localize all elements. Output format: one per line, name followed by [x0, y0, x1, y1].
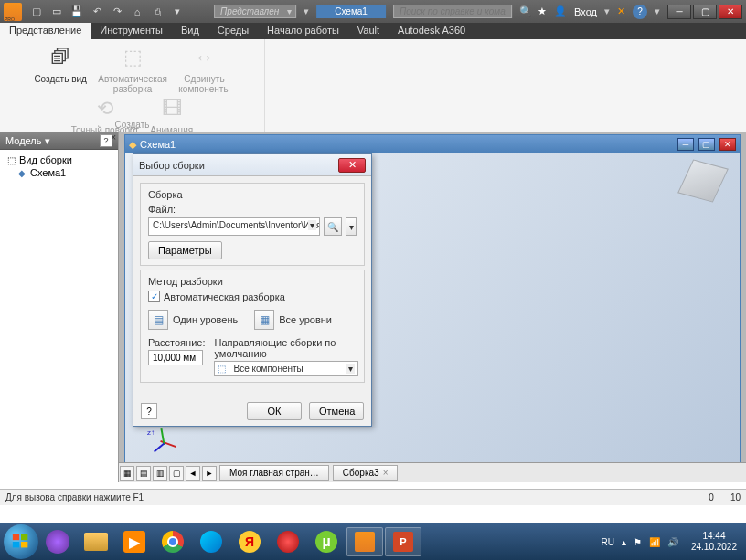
minimize-button[interactable]: ─	[667, 5, 691, 19]
cancel-button[interactable]: Отмена	[309, 402, 364, 420]
help-icon[interactable]: ?	[633, 5, 647, 19]
assembly-view-icon: ⬚	[5, 154, 16, 165]
tab-environments[interactable]: Среды	[208, 23, 258, 39]
ribbon-tabs: Представление Инструменты Вид Среды Нача…	[0, 23, 746, 39]
status-value-1: 0	[709, 492, 714, 502]
start-button[interactable]	[4, 524, 38, 559]
qat-more-icon[interactable]: ▾	[170, 5, 185, 19]
star-icon[interactable]: ★	[538, 5, 547, 17]
move-components-icon: ↔	[189, 43, 218, 72]
close-button[interactable]: ✕	[719, 5, 742, 19]
tree-root[interactable]: ⬚ Вид сборки	[4, 153, 114, 166]
taskbar-explorer-icon[interactable]	[78, 527, 114, 556]
taskbar-chrome-icon[interactable]	[155, 527, 191, 556]
search-input[interactable]	[393, 5, 512, 18]
one-level-option[interactable]: ▤ Один уровень	[148, 310, 238, 330]
taskbar-media-icon[interactable]: ▶	[116, 527, 153, 556]
doc-tab-home[interactable]: Моя главная стран…	[219, 465, 329, 481]
qat-undo-icon[interactable]: ↶	[90, 5, 104, 19]
taskbar-inventor-icon[interactable]	[346, 527, 383, 556]
combo-fx-icon[interactable]: ▾	[304, 5, 309, 17]
tab-close-icon[interactable]: ×	[383, 468, 389, 478]
file-options-button[interactable]: ▾	[346, 217, 357, 236]
tab-getstarted[interactable]: Начало работы	[258, 23, 348, 39]
tab-nav-left-icon[interactable]: ◄	[186, 466, 200, 481]
tab-tools[interactable]: Инструменты	[91, 23, 172, 39]
browser-close-icon[interactable]: ×	[111, 132, 116, 143]
exchange-icon[interactable]: ✕	[617, 5, 625, 17]
create-view-label: Создать вид	[34, 74, 87, 84]
app-titlebar: ▢ ▭ 💾 ↶ ↷ ⌂ ⎙ ▾ Представлен ▾ Схема1 🔍 ★…	[0, 0, 746, 23]
taskbar-yandex-icon[interactable]: Я	[231, 527, 268, 556]
taskbar-edge-icon[interactable]	[193, 527, 229, 556]
qat-new-icon[interactable]: ▢	[29, 5, 44, 19]
taskbar-opera-icon[interactable]	[270, 527, 306, 556]
appearance-combo[interactable]: Представлен	[214, 5, 296, 18]
select-assembly-dialog: Выбор сборки ✕ Сборка Файл: C:\Users\Adm…	[133, 153, 372, 427]
distance-label: Расстояние:	[148, 337, 205, 348]
language-indicator[interactable]: RU	[601, 537, 613, 547]
dialog-titlebar[interactable]: Выбор сборки ✕	[133, 154, 371, 176]
qat-print-icon[interactable]: ⎙	[150, 5, 165, 19]
taskbar-utorrent-icon[interactable]: µ	[308, 527, 345, 556]
system-clock[interactable]: 14:44 24.10.2022	[686, 531, 742, 553]
dialog-help-button[interactable]: ?	[141, 403, 157, 419]
status-value-2: 10	[730, 492, 741, 502]
svg-rect-0	[13, 534, 19, 540]
parameters-button[interactable]: Параметры	[148, 241, 222, 259]
distance-input[interactable]	[148, 350, 203, 365]
file-path-combo[interactable]: C:\Users\Admin\Documents\Inventor\Имя пр…	[148, 217, 320, 236]
child-window: ◆ Схема1 ─ ▢ ✕ Выбор сборки ✕	[124, 134, 741, 477]
taskbar-powerpoint-icon[interactable]: P	[385, 527, 421, 556]
qat-redo-icon[interactable]: ↷	[110, 5, 124, 19]
tray-network-icon[interactable]: 📶	[649, 537, 660, 547]
search-icon[interactable]: 🔍	[519, 5, 532, 17]
qat-home-icon[interactable]: ⌂	[130, 5, 144, 19]
windows-taskbar: ▶ Я µ P RU ▴ ⚑ 📶 🔊 14:44 24.10.2022	[0, 523, 746, 560]
tab-nav-right-icon[interactable]: ►	[202, 466, 217, 481]
child-maximize-button[interactable]: ▢	[698, 138, 715, 151]
coordinate-triad	[153, 430, 180, 458]
tray-flag-icon[interactable]: ⚑	[634, 537, 642, 547]
viewcube[interactable]	[677, 159, 729, 202]
child-window-titlebar: ◆ Схема1 ─ ▢ ✕	[125, 135, 740, 153]
tray-arrow-icon[interactable]: ▴	[622, 537, 626, 547]
dialog-close-button[interactable]: ✕	[338, 158, 366, 173]
qat-open-icon[interactable]: ▭	[49, 5, 64, 19]
tray-volume-icon[interactable]: 🔊	[667, 537, 678, 547]
view-mode-icon-4[interactable]: ▢	[169, 466, 184, 481]
view-mode-icon-1[interactable]: ▦	[120, 466, 134, 481]
ok-button[interactable]: ОК	[247, 402, 302, 420]
doc-tab-assembly3[interactable]: Сборка3×	[333, 465, 399, 481]
tab-presentation[interactable]: Представление	[0, 23, 91, 39]
dialog-title: Выбор сборки	[139, 160, 205, 171]
auto-disassembly-checkbox[interactable]: ✓ Автоматическая разборка	[148, 291, 357, 302]
tab-a360[interactable]: Autodesk A360	[389, 23, 474, 39]
move-components-button: ↔ Сдвинуть компоненты	[175, 43, 233, 94]
qat-save-icon[interactable]: 💾	[69, 5, 84, 19]
canvas-area: ◆ Схема1 ─ ▢ ✕ Выбор сборки ✕	[119, 132, 746, 482]
view-mode-icon-2[interactable]: ▤	[136, 466, 151, 481]
view-mode-icon-3[interactable]: ▥	[153, 466, 167, 481]
method-group-label: Метод разборки	[148, 276, 357, 287]
tab-view[interactable]: Вид	[172, 23, 208, 39]
maximize-button[interactable]: ▢	[693, 5, 717, 19]
create-view-button[interactable]: 🗊 Создать вид	[30, 43, 91, 84]
app-icon	[4, 3, 22, 21]
browse-file-button[interactable]: 🔍	[324, 217, 342, 236]
child-minimize-button[interactable]: ─	[677, 138, 694, 151]
all-levels-option[interactable]: ▦ Все уровни	[254, 310, 332, 330]
taskbar-app-1[interactable]	[39, 527, 76, 556]
tree-item-scheme[interactable]: ◆ Схема1	[4, 166, 114, 179]
login-label[interactable]: Вход	[574, 6, 597, 17]
status-hint: Для вызова справки нажмите F1	[5, 492, 144, 502]
create-view-icon: 🗊	[46, 43, 75, 72]
user-icon[interactable]: 👤	[554, 5, 567, 17]
guides-combo[interactable]: Все компоненты	[214, 361, 358, 376]
browser-header[interactable]: Модель ▾ ?	[0, 132, 118, 150]
tab-vault[interactable]: Vault	[348, 23, 389, 39]
child-close-button[interactable]: ✕	[719, 138, 736, 151]
guides-label: Направляющие сборки по умолчанию	[214, 337, 358, 359]
blank-strip	[0, 505, 746, 523]
auto-disassembly-icon: ⬚	[118, 43, 147, 72]
